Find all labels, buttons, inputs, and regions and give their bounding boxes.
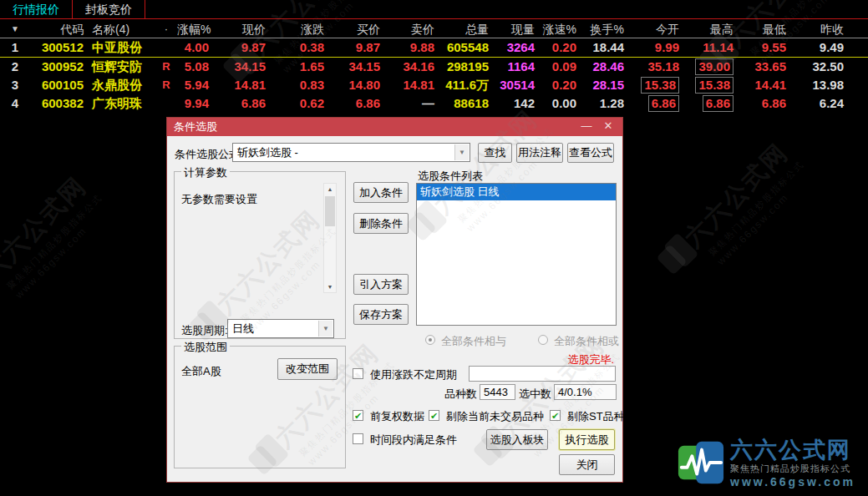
tab-quote[interactable]: 行情报价 [0, 0, 73, 18]
exclude-st-checkbox[interactable]: ✔ [550, 410, 561, 421]
new-high-box: 6.86 [703, 95, 733, 112]
watermark-subtitle: 聚焦热门精品炒股指标公式 [4, 171, 125, 292]
condition-listbox[interactable]: 斩妖剑选股 日线 [416, 183, 617, 326]
col-vol[interactable]: 总量 [434, 20, 489, 38]
scrollbar-thumb[interactable] [325, 196, 335, 226]
cell-high: 11.14 [679, 38, 733, 57]
scroll-down-icon[interactable]: ▼ [324, 281, 336, 292]
close-icon[interactable]: ✕ [599, 118, 617, 136]
table-row[interactable]: 1 300512 中亚股份 4.00 9.87 0.38 9.87 9.88 6… [0, 38, 868, 58]
delete-condition-button[interactable]: 删除条件 [353, 213, 409, 234]
import-plan-button[interactable]: 引入方案 [353, 274, 409, 295]
tab-auction[interactable]: 封板竞价 [73, 0, 145, 18]
cell-buy: 14.80 [324, 76, 380, 94]
close-button[interactable]: 关闭 [559, 454, 615, 475]
radio-or-label: 全部条件相或 [554, 334, 619, 349]
scroll-up-icon[interactable]: ▲ [324, 184, 336, 195]
cell-name: 广东明珠 [84, 94, 155, 113]
margin-flag [155, 38, 177, 57]
change-range-button[interactable]: 改变范围 [277, 358, 338, 380]
calc-params-group: 计算参数 无参数需要设置 ▲ ▼ 选股周期: 日线 ▼ [174, 171, 346, 339]
uncertain-period-label: 使用涨跌不定周期 [370, 367, 457, 382]
cell-prev: 6.24 [786, 94, 844, 113]
col-code[interactable]: 代码 [30, 20, 84, 38]
col-low[interactable]: 最低 [733, 20, 786, 38]
col-prev[interactable]: 昨收 [786, 20, 844, 38]
radio-or[interactable] [538, 335, 548, 345]
col-open[interactable]: 今开 [624, 20, 679, 38]
exclude-nontrading-checkbox[interactable]: ✔ [429, 410, 439, 421]
cell-cur: 1164 [489, 58, 535, 76]
cell-high: 6.86 [679, 94, 733, 113]
execute-pick-button[interactable]: 执行选股 [559, 429, 615, 450]
table-row[interactable]: 2 300952 恒辉安防 R 5.08 34.15 1.65 34.15 34… [0, 58, 868, 76]
watermark-subtitle: 聚焦热门精品炒股指标公式 [706, 138, 827, 259]
cell-vol: 605548 [434, 38, 489, 57]
period-combobox[interactable]: 日线 ▼ [227, 319, 334, 338]
col-high[interactable]: 最高 [679, 20, 733, 38]
col-turn[interactable]: 换手% [576, 20, 624, 38]
cell-sell: 9.88 [380, 38, 434, 57]
cell-speed: 0.09 [535, 58, 576, 76]
minimize-icon[interactable]: — [577, 118, 596, 136]
watermark-title: 六六公式网 [0, 170, 94, 288]
no-params-text: 无参数需要设置 [181, 192, 257, 207]
site-branding: 六六公式网 聚焦热门精品炒股指标公式 www.66gsw.com [677, 437, 862, 490]
col-pct[interactable]: 涨幅% [177, 20, 209, 38]
watermark-url: www.66gsw.com [13, 180, 134, 301]
cell-pct: 5.94 [177, 76, 209, 94]
formula-label: 条件选股公式 [175, 147, 240, 162]
cell-speed: 0.20 [535, 76, 576, 94]
table-row[interactable]: 4 600382 广东明珠 9.94 6.86 0.62 6.86 — 8861… [0, 94, 868, 113]
col-chg[interactable]: 涨跌 [266, 20, 324, 38]
sort-icon[interactable]: ▼ [0, 20, 30, 38]
cell-prev: 13.98 [786, 76, 844, 94]
cell-sell: 14.81 [380, 76, 434, 94]
chevron-down-icon[interactable]: ▼ [454, 144, 469, 160]
table-row[interactable]: 3 600105 永鼎股份 R 5.94 14.81 0.83 14.80 14… [0, 76, 868, 94]
usage-notes-button[interactable]: 用法注释 [516, 143, 563, 163]
margin-flag: R [155, 76, 177, 94]
forward-adjusted-checkbox[interactable]: ✔ [353, 410, 363, 421]
cell-speed: 0.00 [535, 94, 576, 113]
view-formula-button[interactable]: 查看公式 [567, 143, 614, 163]
dialog-titlebar[interactable]: 条件选股 — ✕ [167, 118, 622, 136]
cell-turn: 28.15 [576, 76, 624, 94]
cell-cur: 3264 [489, 38, 535, 57]
formula-value: 斩妖剑选股 - [237, 146, 298, 159]
dialog-title: 条件选股 [174, 120, 217, 133]
time-range-checkbox[interactable] [353, 433, 363, 444]
find-button[interactable]: 查找 [478, 143, 512, 163]
chevron-down-icon[interactable]: ▼ [318, 321, 332, 337]
cell-buy: 34.15 [324, 58, 380, 76]
cell-pct: 5.08 [177, 58, 209, 76]
col-cur[interactable]: 现量 [489, 20, 535, 38]
col-sell[interactable]: 卖价 [380, 20, 434, 38]
brand-url[interactable]: www.66gsw.com [730, 475, 855, 488]
condition-list-item-selected[interactable]: 斩妖剑选股 日线 [417, 184, 616, 200]
uncertain-period-checkbox[interactable] [353, 368, 363, 379]
save-plan-button[interactable]: 保存方案 [353, 304, 409, 325]
pulse-logo-icon [677, 438, 725, 487]
col-name[interactable]: 名称(4) [84, 20, 155, 38]
col-speed[interactable]: 涨速% [535, 20, 576, 38]
params-scrollbar[interactable]: ▲ ▼ [323, 183, 337, 293]
period-value: 日线 [232, 322, 254, 335]
col-buy[interactable]: 买价 [324, 20, 380, 38]
col-price[interactable]: 现价 [209, 20, 266, 38]
pick-to-block-button[interactable]: 选股入板块 [486, 429, 548, 450]
cell-chg: 0.38 [266, 38, 324, 57]
cell-open: 9.99 [624, 38, 679, 57]
brand-title: 六六公式网 [730, 435, 851, 465]
new-high-box: 15.38 [695, 77, 733, 94]
uncertain-period-input[interactable] [469, 366, 616, 382]
formula-combobox[interactable]: 斩妖剑选股 - ▼ [232, 143, 470, 162]
new-high-box: 39.00 [695, 58, 733, 75]
radio-and[interactable] [425, 335, 435, 345]
cell-price: 9.87 [209, 38, 266, 57]
cell-price: 6.86 [209, 94, 266, 113]
cell-sell: — [380, 94, 434, 113]
new-high-box: 6.86 [648, 95, 679, 112]
margin-flag [155, 94, 177, 113]
add-condition-button[interactable]: 加入条件 [353, 182, 409, 203]
